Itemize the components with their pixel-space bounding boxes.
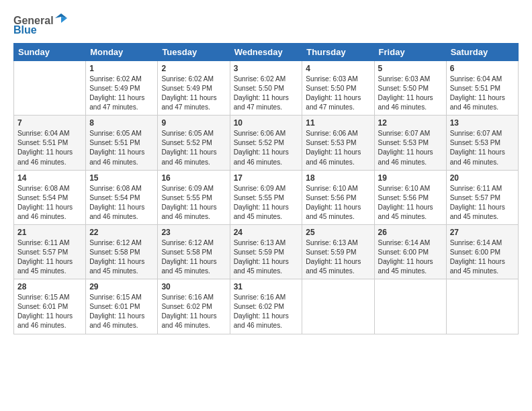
calendar-cell: 15Sunrise: 6:08 AMSunset: 5:54 PMDayligh… <box>86 170 158 224</box>
cell-content: Sunrise: 6:02 AMSunset: 5:49 PMDaylight:… <box>89 75 154 112</box>
day-number: 22 <box>89 228 154 237</box>
calendar-header-wednesday: Wednesday <box>230 44 302 61</box>
calendar-cell <box>14 61 86 116</box>
calendar-cell: 11Sunrise: 6:06 AMSunset: 5:53 PMDayligh… <box>302 116 374 170</box>
cell-content: Sunrise: 6:03 AMSunset: 5:50 PMDaylight:… <box>378 75 443 112</box>
day-number: 24 <box>234 228 299 237</box>
cell-content: Sunrise: 6:15 AMSunset: 6:01 PMDaylight:… <box>17 293 82 330</box>
cell-content: Sunrise: 6:08 AMSunset: 5:54 PMDaylight:… <box>89 184 154 222</box>
calendar-header-row: SundayMondayTuesdayWednesdayThursdayFrid… <box>14 44 519 61</box>
cell-content: Sunrise: 6:04 AMSunset: 5:51 PMDaylight:… <box>450 75 515 112</box>
cell-content: Sunrise: 6:14 AMSunset: 6:00 PMDaylight:… <box>450 238 515 276</box>
day-number: 2 <box>161 64 226 73</box>
calendar-header-tuesday: Tuesday <box>158 44 230 61</box>
day-number: 16 <box>161 173 226 183</box>
calendar-week-row: 1Sunrise: 6:02 AMSunset: 5:49 PMDaylight… <box>14 61 519 116</box>
cell-content: Sunrise: 6:07 AMSunset: 5:53 PMDaylight:… <box>378 129 443 167</box>
day-number: 1 <box>89 64 154 73</box>
calendar-cell: 20Sunrise: 6:11 AMSunset: 5:57 PMDayligh… <box>446 170 518 224</box>
day-number: 12 <box>378 118 443 128</box>
calendar-week-row: 7Sunrise: 6:04 AMSunset: 5:51 PMDaylight… <box>14 116 519 170</box>
calendar-cell: 9Sunrise: 6:05 AMSunset: 5:52 PMDaylight… <box>158 116 230 170</box>
calendar-week-row: 28Sunrise: 6:15 AMSunset: 6:01 PMDayligh… <box>14 279 519 334</box>
day-number: 15 <box>89 173 154 183</box>
day-number: 21 <box>17 228 82 237</box>
day-number: 27 <box>450 228 515 237</box>
calendar-cell: 19Sunrise: 6:10 AMSunset: 5:56 PMDayligh… <box>374 170 446 224</box>
cell-content: Sunrise: 6:10 AMSunset: 5:56 PMDaylight:… <box>306 184 370 222</box>
day-number: 10 <box>234 118 299 128</box>
day-number: 28 <box>17 282 82 291</box>
day-number: 31 <box>234 282 299 291</box>
calendar-header-friday: Friday <box>374 44 446 61</box>
cell-content: Sunrise: 6:15 AMSunset: 6:01 PMDaylight:… <box>89 293 154 330</box>
calendar-cell: 10Sunrise: 6:06 AMSunset: 5:52 PMDayligh… <box>230 116 302 170</box>
calendar-cell: 22Sunrise: 6:12 AMSunset: 5:58 PMDayligh… <box>86 224 158 279</box>
cell-content: Sunrise: 6:05 AMSunset: 5:51 PMDaylight:… <box>89 129 154 167</box>
calendar-cell: 2Sunrise: 6:02 AMSunset: 5:49 PMDaylight… <box>158 61 230 116</box>
calendar-table: SundayMondayTuesdayWednesdayThursdayFrid… <box>13 43 519 334</box>
calendar-header-sunday: Sunday <box>14 44 86 61</box>
cell-content: Sunrise: 6:09 AMSunset: 5:55 PMDaylight:… <box>234 184 299 222</box>
day-number: 3 <box>234 64 299 73</box>
calendar-cell: 1Sunrise: 6:02 AMSunset: 5:49 PMDaylight… <box>86 61 158 116</box>
cell-content: Sunrise: 6:13 AMSunset: 5:59 PMDaylight:… <box>306 238 370 276</box>
cell-content: Sunrise: 6:06 AMSunset: 5:52 PMDaylight:… <box>234 129 299 167</box>
calendar-cell <box>446 279 518 334</box>
cell-content: Sunrise: 6:10 AMSunset: 5:56 PMDaylight:… <box>378 184 443 222</box>
cell-content: Sunrise: 6:11 AMSunset: 5:57 PMDaylight:… <box>450 184 515 222</box>
cell-content: Sunrise: 6:05 AMSunset: 5:52 PMDaylight:… <box>161 129 226 167</box>
cell-content: Sunrise: 6:02 AMSunset: 5:49 PMDaylight:… <box>161 75 226 112</box>
calendar-cell: 23Sunrise: 6:12 AMSunset: 5:58 PMDayligh… <box>158 224 230 279</box>
calendar-cell: 29Sunrise: 6:15 AMSunset: 6:01 PMDayligh… <box>86 279 158 334</box>
day-number: 11 <box>306 118 370 128</box>
logo-bird-icon <box>55 13 67 23</box>
cell-content: Sunrise: 6:12 AMSunset: 5:58 PMDaylight:… <box>161 238 226 276</box>
day-number: 5 <box>378 64 443 73</box>
calendar-header-saturday: Saturday <box>446 44 518 61</box>
day-number: 30 <box>161 282 226 291</box>
cell-content: Sunrise: 6:02 AMSunset: 5:50 PMDaylight:… <box>234 75 299 112</box>
cell-content: Sunrise: 6:13 AMSunset: 5:59 PMDaylight:… <box>234 238 299 276</box>
cell-content: Sunrise: 6:11 AMSunset: 5:57 PMDaylight:… <box>17 238 82 276</box>
cell-content: Sunrise: 6:16 AMSunset: 6:02 PMDaylight:… <box>234 293 299 330</box>
calendar-cell: 18Sunrise: 6:10 AMSunset: 5:56 PMDayligh… <box>302 170 374 224</box>
day-number: 6 <box>450 64 515 73</box>
logo-blue-text: Blue <box>13 24 37 36</box>
day-number: 7 <box>17 118 82 128</box>
calendar-cell: 5Sunrise: 6:03 AMSunset: 5:50 PMDaylight… <box>374 61 446 116</box>
calendar-cell: 27Sunrise: 6:14 AMSunset: 6:00 PMDayligh… <box>446 224 518 279</box>
calendar-cell: 24Sunrise: 6:13 AMSunset: 5:59 PMDayligh… <box>230 224 302 279</box>
calendar-cell: 14Sunrise: 6:08 AMSunset: 5:54 PMDayligh… <box>14 170 86 224</box>
calendar-cell <box>374 279 446 334</box>
calendar-cell: 26Sunrise: 6:14 AMSunset: 6:00 PMDayligh… <box>374 224 446 279</box>
logo: General Blue <box>13 12 67 36</box>
day-number: 18 <box>306 173 370 183</box>
calendar-cell: 17Sunrise: 6:09 AMSunset: 5:55 PMDayligh… <box>230 170 302 224</box>
cell-content: Sunrise: 6:12 AMSunset: 5:58 PMDaylight:… <box>89 238 154 276</box>
day-number: 23 <box>161 228 226 237</box>
calendar-cell: 25Sunrise: 6:13 AMSunset: 5:59 PMDayligh… <box>302 224 374 279</box>
cell-content: Sunrise: 6:08 AMSunset: 5:54 PMDaylight:… <box>17 184 82 222</box>
cell-content: Sunrise: 6:07 AMSunset: 5:53 PMDaylight:… <box>450 129 515 167</box>
calendar-cell: 3Sunrise: 6:02 AMSunset: 5:50 PMDaylight… <box>230 61 302 116</box>
cell-content: Sunrise: 6:14 AMSunset: 6:00 PMDaylight:… <box>378 238 443 276</box>
calendar-cell: 16Sunrise: 6:09 AMSunset: 5:55 PMDayligh… <box>158 170 230 224</box>
day-number: 25 <box>306 228 370 237</box>
day-number: 9 <box>161 118 226 128</box>
calendar-cell: 30Sunrise: 6:16 AMSunset: 6:02 PMDayligh… <box>158 279 230 334</box>
calendar-cell <box>302 279 374 334</box>
calendar-cell: 12Sunrise: 6:07 AMSunset: 5:53 PMDayligh… <box>374 116 446 170</box>
day-number: 13 <box>450 118 515 128</box>
day-number: 20 <box>450 173 515 183</box>
day-number: 4 <box>306 64 370 73</box>
calendar-cell: 28Sunrise: 6:15 AMSunset: 6:01 PMDayligh… <box>14 279 86 334</box>
calendar-cell: 4Sunrise: 6:03 AMSunset: 5:50 PMDaylight… <box>302 61 374 116</box>
cell-content: Sunrise: 6:04 AMSunset: 5:51 PMDaylight:… <box>17 129 82 167</box>
calendar-week-row: 21Sunrise: 6:11 AMSunset: 5:57 PMDayligh… <box>14 224 519 279</box>
calendar-cell: 21Sunrise: 6:11 AMSunset: 5:57 PMDayligh… <box>14 224 86 279</box>
cell-content: Sunrise: 6:06 AMSunset: 5:53 PMDaylight:… <box>306 129 370 167</box>
day-number: 8 <box>89 118 154 128</box>
calendar-week-row: 14Sunrise: 6:08 AMSunset: 5:54 PMDayligh… <box>14 170 519 224</box>
calendar-header-thursday: Thursday <box>302 44 374 61</box>
